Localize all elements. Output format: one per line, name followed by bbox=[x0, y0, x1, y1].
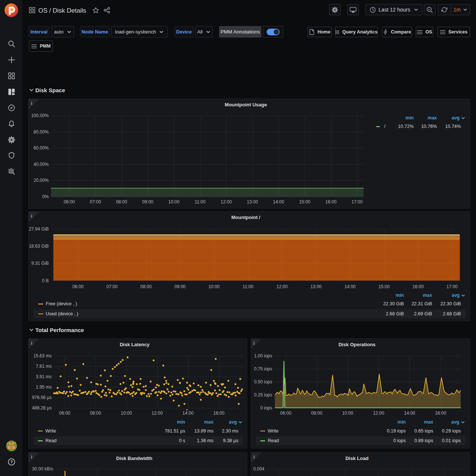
svg-text:i: i bbox=[31, 341, 32, 346]
svg-text:i: i bbox=[31, 101, 32, 106]
svg-text:?: ? bbox=[10, 460, 13, 464]
svg-text:i: i bbox=[253, 454, 255, 460]
svg-text:i: i bbox=[31, 454, 32, 460]
svg-text:i: i bbox=[253, 341, 255, 346]
svg-text:i: i bbox=[31, 213, 32, 219]
